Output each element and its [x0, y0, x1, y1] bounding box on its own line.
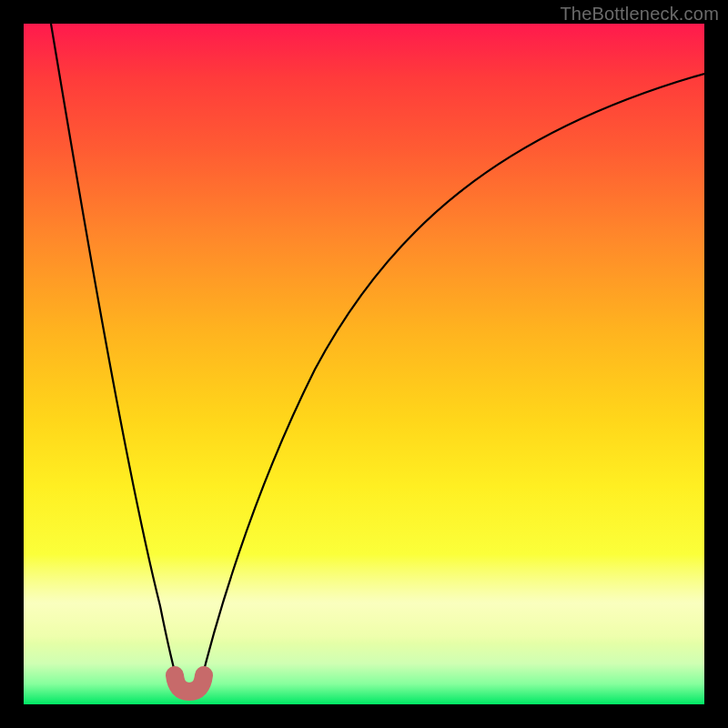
dip-marker-icon — [175, 675, 204, 692]
curve-layer — [24, 24, 704, 704]
bottleneck-curve-left — [51, 24, 180, 693]
plot-area — [24, 24, 704, 704]
bottleneck-curve-right — [198, 74, 704, 693]
outer-frame: TheBottleneck.com — [0, 0, 728, 728]
watermark-text: TheBottleneck.com — [560, 4, 719, 25]
